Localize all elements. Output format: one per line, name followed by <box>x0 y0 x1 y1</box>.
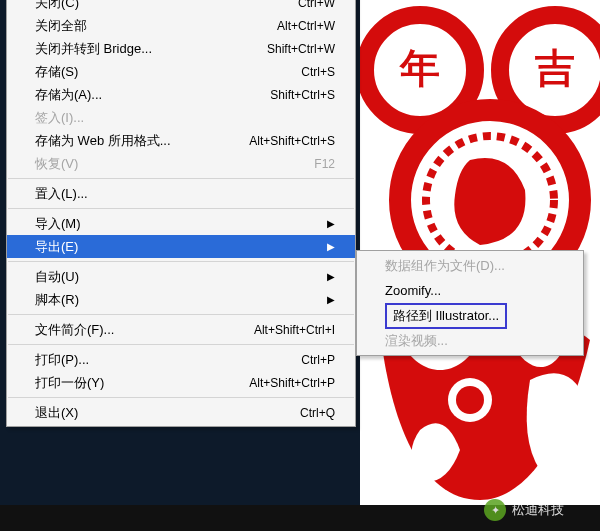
menu-item-shortcut: Shift+Ctrl+S <box>270 88 335 102</box>
submenu-item-label: 数据组作为文件(D)... <box>385 257 505 275</box>
export-submenu: 数据组作为文件(D)...Zoomify...路径到 Illustrator..… <box>356 250 584 356</box>
menu-item-label: 签入(I)... <box>35 109 84 127</box>
art-char-right: 吉 <box>534 46 575 90</box>
menu-item-shortcut: Alt+Shift+Ctrl+S <box>249 134 335 148</box>
menu-item[interactable]: 退出(X)Ctrl+Q <box>7 401 355 424</box>
submenu-item: 数据组作为文件(D)... <box>357 253 583 278</box>
menu-item-shortcut: Alt+Shift+Ctrl+P <box>249 376 335 390</box>
menu-item-label: 打印(P)... <box>35 351 89 369</box>
menu-item-label: 打印一份(Y) <box>35 374 104 392</box>
submenu-item[interactable]: 路径到 Illustrator... <box>357 303 583 328</box>
wechat-icon: ✦ <box>484 499 506 521</box>
menu-item[interactable]: 置入(L)... <box>7 182 355 205</box>
menu-item-shortcut: F12 <box>314 157 335 171</box>
submenu-arrow-icon: ▶ <box>321 271 335 282</box>
menu-separator <box>8 178 354 179</box>
menu-item-label: 自动(U) <box>35 268 79 286</box>
menu-item[interactable]: 打印(P)...Ctrl+P <box>7 348 355 371</box>
menu-item-label: 存储为(A)... <box>35 86 102 104</box>
menu-item-label: 脚本(R) <box>35 291 79 309</box>
menu-item[interactable]: 存储为 Web 所用格式...Alt+Shift+Ctrl+S <box>7 129 355 152</box>
menu-item[interactable]: 关闭全部Alt+Ctrl+W <box>7 14 355 37</box>
submenu-item[interactable]: Zoomify... <box>357 278 583 303</box>
menu-separator <box>8 208 354 209</box>
art-char-left: 年 <box>399 46 440 90</box>
menu-item[interactable]: 存储(S)Ctrl+S <box>7 60 355 83</box>
menu-item-label: 关闭全部 <box>35 17 87 35</box>
menu-item: 签入(I)... <box>7 106 355 129</box>
menu-item[interactable]: 文件简介(F)...Alt+Shift+Ctrl+I <box>7 318 355 341</box>
menu-item[interactable]: 存储为(A)...Shift+Ctrl+S <box>7 83 355 106</box>
menu-item-shortcut: Ctrl+S <box>301 65 335 79</box>
watermark: ✦ 松迪科技 <box>484 499 564 521</box>
menu-item-shortcut: Alt+Ctrl+W <box>277 19 335 33</box>
submenu-arrow-icon: ▶ <box>321 294 335 305</box>
menu-separator <box>8 314 354 315</box>
menu-item[interactable]: 导出(E)▶ <box>7 235 355 258</box>
menu-item-label: 存储为 Web 所用格式... <box>35 132 171 150</box>
menu-item-shortcut: Alt+Shift+Ctrl+I <box>254 323 335 337</box>
menu-item[interactable]: 脚本(R)▶ <box>7 288 355 311</box>
menu-item: 恢复(V)F12 <box>7 152 355 175</box>
submenu-arrow-icon: ▶ <box>321 218 335 229</box>
submenu-item-label: Zoomify... <box>385 283 441 298</box>
menu-item[interactable]: 关闭并转到 Bridge...Shift+Ctrl+W <box>7 37 355 60</box>
menu-item-label: 恢复(V) <box>35 155 78 173</box>
menu-item[interactable]: 打印一份(Y)Alt+Shift+Ctrl+P <box>7 371 355 394</box>
menu-separator <box>8 397 354 398</box>
menu-item-label: 导入(M) <box>35 215 81 233</box>
menu-item-label: 退出(X) <box>35 404 78 422</box>
menu-item-shortcut: Ctrl+P <box>301 353 335 367</box>
menu-item-shortcut: Ctrl+W <box>298 0 335 10</box>
menu-item-label: 文件简介(F)... <box>35 321 114 339</box>
menu-item-label: 存储(S) <box>35 63 78 81</box>
svg-point-6 <box>456 386 484 414</box>
menu-item-shortcut: Ctrl+Q <box>300 406 335 420</box>
submenu-item-label: 路径到 Illustrator... <box>385 303 507 329</box>
menu-item[interactable]: 自动(U)▶ <box>7 265 355 288</box>
file-context-menu: 关闭(C)Ctrl+W关闭全部Alt+Ctrl+W关闭并转到 Bridge...… <box>6 0 356 427</box>
menu-item-label: 关闭(C) <box>35 0 79 12</box>
menu-separator <box>8 344 354 345</box>
menu-item-shortcut: Shift+Ctrl+W <box>267 42 335 56</box>
submenu-item: 渲染视频... <box>357 328 583 353</box>
menu-item-label: 关闭并转到 Bridge... <box>35 40 152 58</box>
menu-item-label: 导出(E) <box>35 238 78 256</box>
submenu-item-label: 渲染视频... <box>385 332 448 350</box>
submenu-arrow-icon: ▶ <box>321 241 335 252</box>
watermark-text: 松迪科技 <box>512 501 564 519</box>
menu-separator <box>8 261 354 262</box>
menu-item[interactable]: 导入(M)▶ <box>7 212 355 235</box>
menu-item-label: 置入(L)... <box>35 185 88 203</box>
menu-item[interactable]: 关闭(C)Ctrl+W <box>7 0 355 14</box>
